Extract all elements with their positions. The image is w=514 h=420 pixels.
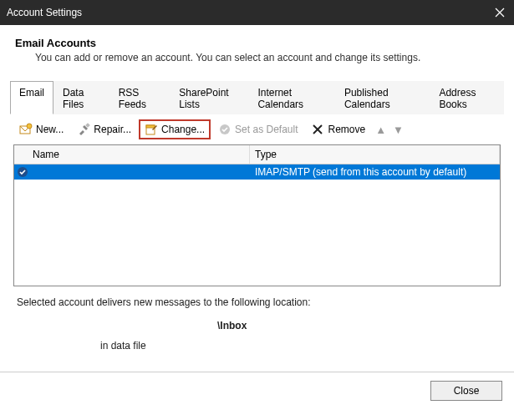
delivery-location: \Inbox bbox=[217, 320, 497, 331]
titlebar: Account Settings bbox=[0, 0, 514, 25]
new-button[interactable]: New... bbox=[13, 119, 69, 139]
tabs: Email Data Files RSS Feeds SharePoint Li… bbox=[10, 80, 504, 114]
tab-data-files[interactable]: Data Files bbox=[53, 81, 109, 114]
svg-point-3 bbox=[27, 124, 32, 129]
tab-published-calendars[interactable]: Published Calendars bbox=[335, 81, 430, 114]
change-label: Change... bbox=[161, 124, 205, 135]
new-label: New... bbox=[36, 124, 64, 135]
delivery-datafile: in data file bbox=[100, 340, 497, 352]
repair-icon bbox=[77, 123, 90, 136]
new-mail-icon bbox=[19, 123, 33, 136]
row-type: IMAP/SMTP (send from this account by def… bbox=[250, 166, 500, 178]
default-account-check-icon bbox=[14, 166, 31, 178]
col-name[interactable]: Name bbox=[14, 145, 250, 164]
window-title: Account Settings bbox=[7, 7, 82, 18]
svg-rect-6 bbox=[146, 125, 155, 128]
tab-internet-calendars[interactable]: Internet Calendars bbox=[248, 81, 335, 114]
tab-address-books[interactable]: Address Books bbox=[430, 81, 504, 114]
svg-rect-4 bbox=[86, 123, 91, 128]
page-subheading: You can add or remove an account. You ca… bbox=[35, 52, 499, 63]
page-heading: Email Accounts bbox=[15, 37, 499, 49]
tab-sharepoint-lists[interactable]: SharePoint Lists bbox=[170, 81, 248, 114]
tab-panel: Email Data Files RSS Feeds SharePoint Li… bbox=[0, 80, 514, 365]
tab-rss-feeds[interactable]: RSS Feeds bbox=[109, 81, 170, 114]
remove-icon bbox=[311, 123, 324, 136]
table-row[interactable]: IMAP/SMTP (send from this account by def… bbox=[14, 164, 500, 180]
set-default-button: Set as Default bbox=[212, 119, 303, 139]
move-up-icon: ▲ bbox=[373, 124, 389, 136]
grid-header: Name Type bbox=[14, 145, 500, 164]
delivery-text: Selected account delivers new messages t… bbox=[17, 296, 497, 308]
repair-button[interactable]: Repair... bbox=[71, 119, 137, 139]
footer: Close bbox=[0, 372, 514, 409]
close-icon[interactable] bbox=[492, 5, 507, 20]
remove-button[interactable]: Remove bbox=[305, 119, 371, 139]
change-icon bbox=[145, 123, 158, 136]
move-down-icon: ▼ bbox=[390, 124, 406, 136]
set-default-label: Set as Default bbox=[235, 124, 298, 135]
remove-label: Remove bbox=[328, 124, 365, 135]
toolbar: New... Repair... Change... Set as Defaul… bbox=[10, 114, 504, 144]
col-type[interactable]: Type bbox=[250, 145, 500, 164]
repair-label: Repair... bbox=[94, 124, 131, 135]
close-button[interactable]: Close bbox=[430, 381, 502, 401]
delivery-info: Selected account delivers new messages t… bbox=[10, 293, 504, 365]
accounts-grid: Name Type IMAP/SMTP (send from this acco… bbox=[13, 144, 501, 286]
header-area: Email Accounts You can add or remove an … bbox=[0, 25, 514, 80]
tab-email[interactable]: Email bbox=[10, 81, 53, 114]
change-button[interactable]: Change... bbox=[139, 119, 211, 139]
check-circle-icon bbox=[218, 123, 232, 136]
